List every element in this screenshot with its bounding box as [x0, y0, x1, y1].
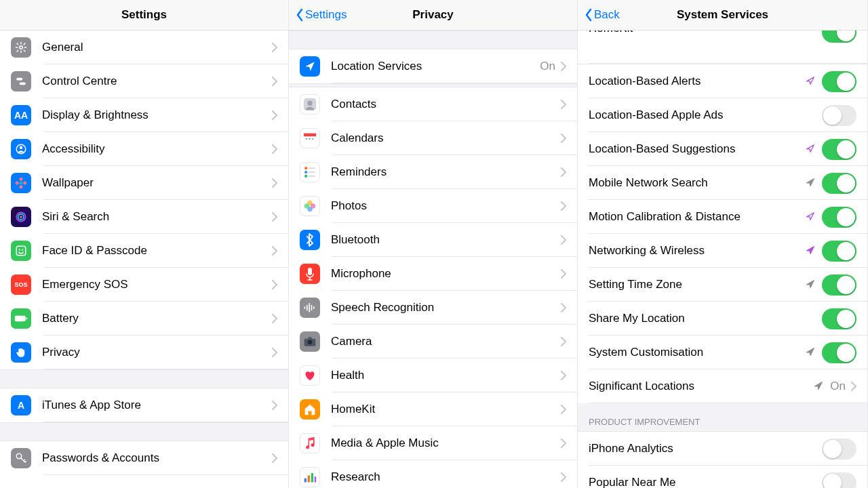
svg-point-20 — [307, 101, 312, 106]
cell-label: Wallpaper — [42, 176, 272, 190]
cell-general[interactable]: General — [0, 30, 288, 64]
cell-label: Mobile Network Search — [589, 176, 806, 190]
cell-passwords-accounts[interactable]: Passwords & Accounts — [0, 441, 288, 475]
cell-label: Face ID & Passcode — [42, 244, 272, 258]
svg-rect-2 — [20, 83, 26, 85]
back-to-settings-button[interactable]: Settings — [296, 8, 347, 22]
chevron-right-icon — [561, 405, 566, 414]
toggle-switch[interactable] — [822, 472, 856, 489]
cell-reminders[interactable]: Reminders — [289, 155, 577, 189]
location-arrow-icon — [806, 76, 816, 87]
toggle-switch[interactable] — [822, 139, 856, 160]
switches-icon — [11, 71, 31, 92]
toggle-switch[interactable] — [822, 173, 856, 194]
cell-networking-wireless[interactable]: Networking & Wireless — [578, 234, 867, 268]
cell-accessory — [272, 401, 277, 410]
svg-rect-46 — [311, 473, 313, 482]
toggle-switch[interactable] — [822, 439, 856, 460]
cell-mobile-network-search[interactable]: Mobile Network Search — [578, 166, 867, 200]
cell-speech[interactable]: Speech Recognition — [289, 291, 577, 325]
cell-loc-suggestions[interactable]: Location-Based Suggestions — [578, 132, 867, 166]
cell-label: Privacy — [42, 346, 272, 359]
mic-icon — [300, 264, 320, 284]
settings-title: Settings — [121, 8, 167, 22]
cell-display-brightness[interactable]: AADisplay & Brightness — [0, 98, 288, 132]
cell-label: HomeKit — [589, 30, 856, 35]
location-arrow-icon — [806, 211, 816, 222]
calendar-icon — [300, 128, 320, 148]
cell-emergency-sos[interactable]: SOSEmergency SOS — [0, 268, 288, 302]
cell-media[interactable]: Media & Apple Music — [289, 426, 577, 460]
cell-label: Emergency SOS — [42, 278, 272, 291]
back-button[interactable]: Back — [585, 8, 620, 22]
back-label: Back — [594, 8, 620, 22]
cell-accessibility[interactable]: Accessibility — [0, 132, 288, 166]
toggle-switch[interactable] — [822, 342, 856, 363]
cell-accessory — [561, 439, 566, 448]
cell-calendars[interactable]: Calendars — [289, 121, 577, 155]
toggle-switch[interactable] — [822, 105, 856, 126]
svg-rect-45 — [308, 476, 310, 483]
cell-wallpaper[interactable]: Wallpaper — [0, 166, 288, 200]
cell-share-my-location[interactable]: Share My Location — [578, 302, 867, 336]
chevron-right-icon — [272, 453, 277, 463]
cell-research[interactable]: Research — [289, 460, 577, 488]
chevron-right-icon — [561, 303, 566, 312]
cell-significant-locations[interactable]: Significant LocationsOn — [578, 369, 867, 403]
cell-homekit[interactable]: HomeKit — [289, 392, 577, 426]
cell-accessory — [272, 77, 277, 86]
cell-itunes-appstore[interactable]: AiTunes & App Store — [0, 388, 288, 422]
cell-label: Significant Locations — [589, 380, 814, 393]
svg-rect-37 — [304, 306, 306, 308]
cell-accessory — [272, 314, 277, 323]
cell-battery[interactable]: Battery — [0, 302, 288, 336]
cell-photos[interactable]: Photos — [289, 189, 577, 223]
toggle-switch[interactable] — [822, 30, 856, 43]
cell-privacy[interactable]: Privacy — [0, 336, 288, 369]
toggle-switch[interactable] — [822, 241, 856, 262]
cell-microphone[interactable]: Microphone — [289, 257, 577, 291]
cell-loc-alerts[interactable]: Location-Based Alerts — [578, 64, 867, 98]
chevron-right-icon — [272, 348, 277, 357]
svg-rect-25 — [312, 138, 314, 140]
cell-accessory — [561, 167, 566, 177]
cell-system-customisation[interactable]: System Customisation — [578, 336, 867, 369]
cell-siri-search[interactable]: Siri & Search — [0, 200, 288, 234]
cell-motion-calibration[interactable]: Motion Calibration & Distance — [578, 200, 867, 234]
key-icon — [11, 448, 31, 468]
toggle-switch[interactable] — [822, 274, 856, 296]
cell-popular-near-me[interactable]: Popular Near Me — [578, 466, 867, 488]
cell-accessory — [272, 348, 277, 357]
cell-setting-time-zone[interactable]: Setting Time Zone — [578, 268, 867, 302]
cell-health[interactable]: Health — [289, 359, 577, 392]
cell-iphone-analytics[interactable]: iPhone Analytics — [578, 432, 867, 466]
svg-point-5 — [20, 182, 23, 185]
toggle-switch[interactable] — [822, 308, 856, 329]
chevron-right-icon — [561, 337, 566, 346]
cell-accessory — [561, 337, 566, 346]
toggle-switch[interactable] — [822, 207, 856, 228]
cell-accessory — [806, 173, 856, 194]
cell-contacts[interactable]: Contacts — [289, 87, 577, 121]
chevron-right-icon — [561, 235, 566, 245]
cell-location-services[interactable]: Location ServicesOn — [289, 49, 577, 83]
cell-accessory — [561, 134, 566, 143]
svg-point-43 — [308, 340, 313, 345]
cell-accessory — [806, 274, 856, 296]
cell-label: iTunes & App Store — [42, 399, 272, 412]
privacy-panel: Settings Privacy Location ServicesOnCont… — [289, 0, 578, 488]
cell-label: Photos — [331, 199, 561, 213]
cell-homekit-partial[interactable]: HomeKit — [578, 30, 867, 64]
cell-label: Motion Calibration & Distance — [589, 210, 806, 224]
cell-accessory — [806, 342, 856, 363]
chevron-right-icon — [272, 246, 277, 256]
svg-point-8 — [16, 182, 19, 185]
cell-camera[interactable]: Camera — [289, 325, 577, 359]
cell-faceid[interactable]: Face ID & Passcode — [0, 234, 288, 268]
svg-rect-17 — [26, 317, 28, 319]
svg-point-4 — [20, 146, 23, 150]
cell-bluetooth[interactable]: Bluetooth — [289, 223, 577, 257]
toggle-switch[interactable] — [822, 71, 856, 92]
cell-loc-apple-ads[interactable]: Location-Based Apple Ads — [578, 98, 867, 132]
cell-control-centre[interactable]: Control Centre — [0, 64, 288, 98]
